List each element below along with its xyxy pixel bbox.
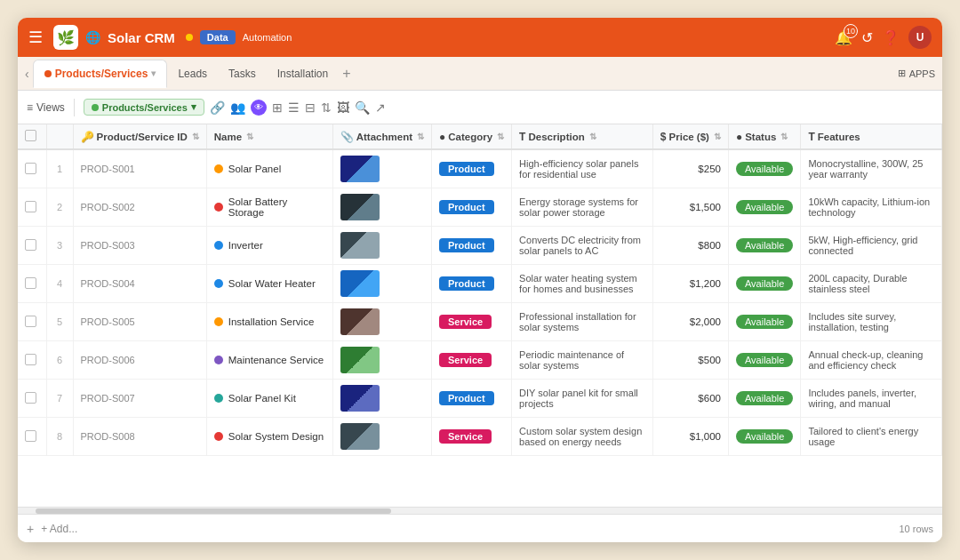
row-checkbox[interactable] <box>18 188 46 227</box>
category-badge: Product <box>439 391 494 405</box>
col-name[interactable]: Name ⇅ <box>206 124 332 149</box>
col-attachment[interactable]: 📎 Attachment ⇅ <box>332 124 431 149</box>
list-icon[interactable]: ☰ <box>288 100 300 115</box>
row-attachment[interactable] <box>332 188 431 227</box>
table-row[interactable]: 1 PROD-S001 Solar Panel Product High-eff… <box>18 149 942 188</box>
row-checkbox[interactable] <box>18 418 46 456</box>
thumbnail <box>340 347 380 373</box>
horizontal-scrollbar[interactable] <box>18 507 942 514</box>
row-checkbox[interactable] <box>18 380 46 418</box>
status-badge: Available <box>736 353 793 367</box>
app-container: ☰ 🌿 🌐 Solar CRM Data Automation 🔔 10 ↺ ❓… <box>18 18 942 542</box>
hamburger-icon[interactable]: ☰ <box>28 28 43 47</box>
thumbnail <box>340 385 380 412</box>
row-price: $2,000 <box>652 303 728 341</box>
add-row-button[interactable]: + Add... <box>41 523 77 535</box>
row-attachment[interactable] <box>332 341 431 380</box>
row-category: Service <box>432 418 512 456</box>
row-id: PROD-S006 <box>73 341 206 380</box>
row-status: Available <box>728 188 800 227</box>
row-status: Available <box>728 149 800 188</box>
tab-installation[interactable]: Installation <box>267 60 339 88</box>
row-attachment[interactable] <box>332 380 431 418</box>
row-id: PROD-S003 <box>73 227 206 265</box>
app-title: Solar CRM <box>108 30 175 45</box>
export-icon[interactable]: ↗ <box>375 100 386 115</box>
table-row[interactable]: 5 PROD-S005 Installation Service Service… <box>18 303 942 341</box>
row-description: Solar water heating system for homes and… <box>512 265 653 303</box>
row-attachment[interactable] <box>332 227 431 265</box>
table-row[interactable]: 4 PROD-S004 Solar Water Heater Product S… <box>18 265 942 303</box>
tab-tasks[interactable]: Tasks <box>218 60 267 88</box>
thumbnail <box>340 194 380 220</box>
row-status: Available <box>728 303 800 341</box>
data-table: 🔑 Product/Service ID ⇅ Name ⇅ <box>18 124 942 456</box>
row-attachment[interactable] <box>332 265 431 303</box>
col-features[interactable]: T Features <box>801 124 942 149</box>
table-row[interactable]: 3 PROD-S003 Inverter Product Converts DC… <box>18 227 942 265</box>
help-icon[interactable]: ❓ <box>882 29 900 46</box>
row-category: Product <box>432 188 512 227</box>
row-name[interactable]: Inverter <box>206 227 332 265</box>
row-name[interactable]: Maintenance Service <box>206 341 332 380</box>
tab-collapse-arrow[interactable]: ‹ <box>25 67 29 81</box>
add-row-plus[interactable]: + <box>27 522 34 536</box>
row-attachment[interactable] <box>332 149 431 188</box>
col-id[interactable]: 🔑 Product/Service ID ⇅ <box>73 124 206 149</box>
filter-circle[interactable]: 👁 <box>251 100 267 116</box>
refresh-icon[interactable]: ↺ <box>861 29 873 46</box>
col-status[interactable]: ● Status ⇅ <box>728 124 800 149</box>
row-checkbox[interactable] <box>18 227 46 265</box>
col-description[interactable]: T Description ⇅ <box>512 124 653 149</box>
row-name[interactable]: Solar System Design <box>206 418 332 456</box>
row-name[interactable]: Solar Panel Kit <box>206 380 332 418</box>
users-icon[interactable]: 👥 <box>230 100 245 115</box>
avatar[interactable]: U <box>908 26 932 49</box>
row-checkbox[interactable] <box>18 149 46 188</box>
category-badge: Product <box>439 162 494 176</box>
name-dot <box>214 279 223 288</box>
apps-button[interactable]: ⊞ APPS <box>898 68 935 79</box>
col-desc-sort: ⇅ <box>589 132 596 141</box>
grid-icon[interactable]: ⊞ <box>272 100 283 115</box>
table-row[interactable]: 6 PROD-S006 Maintenance Service Service … <box>18 341 942 380</box>
db-label[interactable]: Products/Services ▾ <box>84 99 204 116</box>
filter-icon[interactable]: ⊟ <box>305 100 316 115</box>
tab-leads[interactable]: Leads <box>167 60 218 88</box>
row-description: Custom solar system design based on ener… <box>512 418 653 456</box>
table-scroll[interactable]: 🔑 Product/Service ID ⇅ Name ⇅ <box>18 124 942 507</box>
row-checkbox[interactable] <box>18 265 46 303</box>
row-attachment[interactable] <box>332 303 431 341</box>
table-row[interactable]: 7 PROD-S007 Solar Panel Kit Product DIY … <box>18 380 942 418</box>
row-name[interactable]: Installation Service <box>206 303 332 341</box>
row-name[interactable]: Solar Panel <box>206 149 332 188</box>
row-attachment[interactable] <box>332 418 431 456</box>
table-row[interactable]: 2 PROD-S002 Solar Battery Storage Produc… <box>18 188 942 227</box>
sort-icon[interactable]: ⇅ <box>321 100 332 115</box>
col-cat-sort: ⇅ <box>497 132 504 141</box>
link-icon[interactable]: 🔗 <box>210 100 225 115</box>
automation-badge[interactable]: Automation <box>243 32 292 43</box>
col-price[interactable]: $ Price ($) ⇅ <box>652 124 728 149</box>
col-category[interactable]: ● Category ⇅ <box>432 124 512 149</box>
views-button[interactable]: ≡ Views <box>27 101 65 114</box>
bell-icon[interactable]: 🔔 10 <box>835 29 852 46</box>
col-checkbox[interactable] <box>18 124 46 149</box>
row-checkbox[interactable] <box>18 341 46 380</box>
row-checkbox[interactable] <box>18 303 46 341</box>
tab-products[interactable]: Products/Services ▾ <box>33 60 168 88</box>
toolbar-separator <box>74 99 75 116</box>
row-category: Product <box>432 380 512 418</box>
row-name[interactable]: Solar Water Heater <box>206 265 332 303</box>
search-icon[interactable]: 🔍 <box>355 100 370 115</box>
table-row[interactable]: 8 PROD-S008 Solar System Design Service … <box>18 418 942 456</box>
tab-add-icon[interactable]: + <box>339 62 354 85</box>
row-description: Converts DC electricity from solar panel… <box>512 227 653 265</box>
data-badge[interactable]: Data <box>200 30 236 44</box>
thumbnail <box>340 156 380 182</box>
row-features: Tailored to client's energy usage <box>801 418 942 456</box>
hamburger-small-icon: ≡ <box>27 101 33 114</box>
tab-close-icon[interactable]: ▾ <box>151 68 156 78</box>
image-icon[interactable]: 🖼 <box>337 100 349 115</box>
row-name[interactable]: Solar Battery Storage <box>206 188 332 227</box>
